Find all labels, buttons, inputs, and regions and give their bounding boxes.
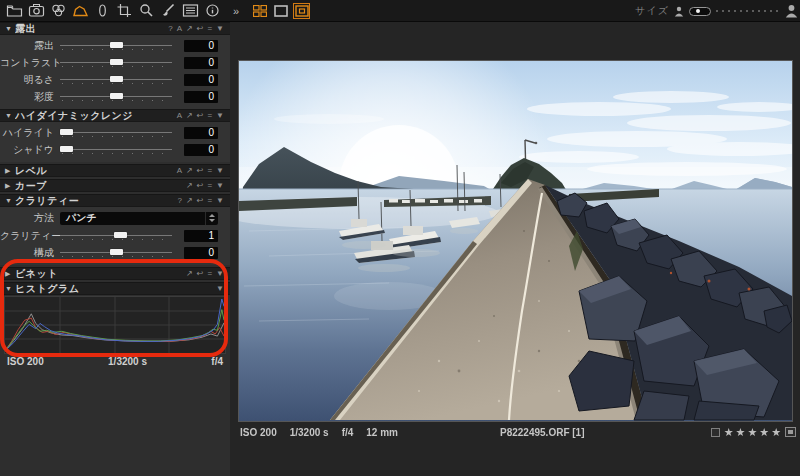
star-icon[interactable]: ★ [771,426,781,438]
expand-icon[interactable]: ↗ [186,197,193,205]
iso-value: ISO 200 [7,356,44,367]
size-slider-knob[interactable] [696,9,700,13]
star-rating[interactable]: ★ ★ ★ ★ ★ [724,426,781,438]
section-header-levels[interactable]: ▶ レベル A ↗ ↩ = ▼ [0,164,230,177]
help-icon[interactable]: ? [168,25,172,33]
reset-icon[interactable]: ↩ [197,182,204,190]
size-slider[interactable] [689,7,711,16]
reset-icon[interactable]: ↩ [197,167,204,175]
shadow-slider[interactable] [60,144,172,156]
slider-handle[interactable] [114,232,127,238]
section-header-histogram[interactable]: ▼ ヒストグラム ▼ [0,282,230,295]
disclosure-triangle[interactable]: ▼ [5,285,15,292]
disclosure-triangle[interactable]: ▶ [5,182,15,190]
slider-value[interactable]: 0 [184,40,218,52]
more-tools-chevron[interactable]: » [229,5,243,17]
method-spinner[interactable] [205,212,218,225]
slider-handle[interactable] [110,249,123,255]
brush-icon[interactable] [159,2,178,20]
brightness-slider[interactable] [60,74,172,86]
menu-icon[interactable]: = [207,197,212,205]
slider-value[interactable]: 0 [184,144,218,156]
auto-icon[interactable]: A [177,167,182,175]
color-wheels-icon[interactable] [49,2,68,20]
slider-handle[interactable] [110,76,123,82]
exposure-slider[interactable] [60,40,172,52]
star-icon[interactable]: ★ [747,426,757,438]
status-bar: ISO 200 1/3200 s f/4 12 mm P8222495.ORF … [230,425,800,441]
section-header-clarity[interactable]: ▼ クラリティー ? ↗ ↩ = ▼ [0,194,230,207]
collapse-icon[interactable]: ▼ [216,167,224,175]
menu-icon[interactable]: = [207,25,212,33]
single-view-icon[interactable] [272,3,289,19]
clarity-slider[interactable] [60,230,172,242]
compare-view-icon[interactable] [293,3,310,19]
slider-handle[interactable] [60,129,73,135]
aperture-value: f/4 [211,356,223,367]
menu-icon[interactable]: = [207,167,212,175]
label-icon[interactable] [785,427,796,437]
info-icon[interactable] [203,2,222,20]
auto-icon[interactable]: A [177,25,182,33]
structure-slider[interactable] [60,247,172,259]
lens-icon[interactable] [93,2,112,20]
list-icon[interactable] [181,2,200,20]
reset-icon[interactable]: ↩ [197,197,204,205]
saturation-slider[interactable] [60,91,172,103]
collapse-icon[interactable]: ▼ [216,285,224,293]
collapse-icon[interactable]: ▼ [216,182,224,190]
reset-icon[interactable]: ↩ [197,25,204,33]
slider-value[interactable]: 1 [184,230,218,242]
disclosure-triangle[interactable]: ▼ [5,112,15,119]
reset-icon[interactable]: ↩ [197,270,204,278]
method-dropdown[interactable]: パンチ [60,212,218,225]
slider-value[interactable]: 0 [184,57,218,69]
menu-icon[interactable]: = [207,270,212,278]
disclosure-triangle[interactable]: ▼ [5,197,15,204]
loupe-icon[interactable] [137,2,156,20]
collapse-icon[interactable]: ▼ [216,270,224,278]
menu-icon[interactable]: = [207,112,212,120]
size-slider-track[interactable] [716,10,780,12]
expand-icon[interactable]: ↗ [186,270,193,278]
expand-icon[interactable]: ↗ [186,167,193,175]
disclosure-triangle[interactable]: ▼ [5,25,15,32]
section-header-hdr[interactable]: ▼ ハイダイナミックレンジ A ↗ ↩ = ▼ [0,109,230,122]
auto-icon[interactable]: A [177,112,182,120]
histogram-chart [4,296,226,354]
help-icon[interactable]: ? [178,197,182,205]
disclosure-triangle[interactable]: ▶ [5,167,15,175]
slider-handle[interactable] [60,146,73,152]
section-header-curve[interactable]: ▶ カーブ ↗ ↩ = ▼ [0,179,230,192]
reset-icon[interactable]: ↩ [197,112,204,120]
star-icon[interactable]: ★ [736,426,746,438]
slider-value[interactable]: 0 [184,127,218,139]
slider-value[interactable]: 0 [184,91,218,103]
harbor-photo[interactable] [239,61,792,421]
contrast-slider[interactable] [60,57,172,69]
highlight-slider[interactable] [60,127,172,139]
menu-icon[interactable]: = [207,182,212,190]
star-icon[interactable]: ★ [724,426,734,438]
star-icon[interactable]: ★ [759,426,769,438]
section-header-exposure[interactable]: ▼ 露出 ? A ↗ ↩ = ▼ [0,22,230,35]
slider-handle[interactable] [110,93,123,99]
slider-handle[interactable] [110,59,123,65]
crop-icon[interactable] [115,2,134,20]
camera-icon[interactable] [27,2,46,20]
disclosure-triangle[interactable]: ▶ [5,270,15,278]
slider-value[interactable]: 0 [184,74,218,86]
slider-value[interactable]: 0 [184,247,218,259]
select-checkbox[interactable] [711,428,720,437]
collapse-icon[interactable]: ▼ [216,25,224,33]
grid-view-icon[interactable] [251,3,268,19]
folder-icon[interactable] [5,2,24,20]
expand-icon[interactable]: ↗ [186,182,193,190]
collapse-icon[interactable]: ▼ [216,197,224,205]
slider-handle[interactable] [110,42,123,48]
collapse-icon[interactable]: ▼ [216,112,224,120]
expand-icon[interactable]: ↗ [186,25,193,33]
section-header-vignette[interactable]: ▶ ビネット ↗ ↩ = ▼ [0,267,230,280]
tone-edit-icon[interactable] [71,2,90,20]
expand-icon[interactable]: ↗ [186,112,193,120]
